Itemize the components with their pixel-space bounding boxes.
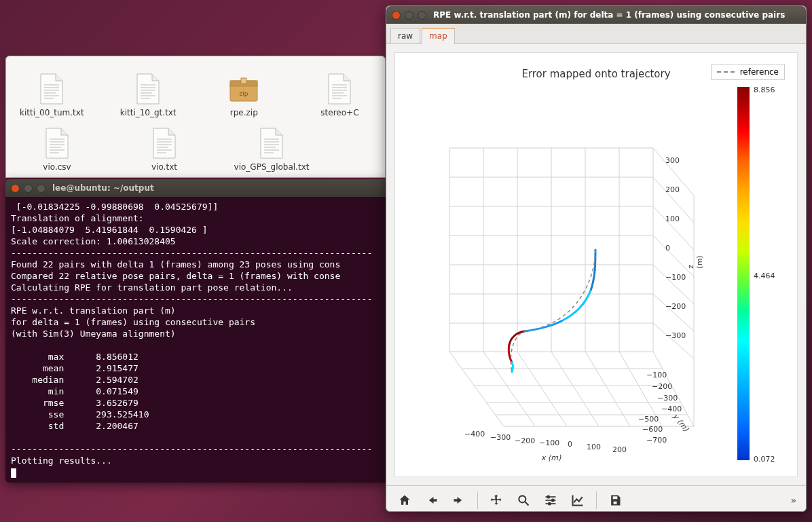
- tab-map[interactable]: map: [422, 28, 455, 44]
- svg-line-61: [653, 206, 694, 250]
- svg-rect-14: [241, 78, 246, 83]
- svg-point-66: [519, 496, 525, 502]
- colorbar: 8.856 4.464 0.072: [737, 87, 785, 467]
- close-icon[interactable]: [392, 11, 401, 20]
- svg-point-71: [547, 496, 549, 498]
- svg-line-64: [653, 294, 694, 331]
- file-label: kitti_10_gt.txt: [120, 108, 177, 117]
- file-item[interactable]: ziprpe.zip: [213, 73, 276, 117]
- plot-toolbar: »: [386, 485, 806, 514]
- chart-title: Error mapped onto trajectory: [521, 68, 670, 80]
- file-item[interactable]: kitti_10_gt.txt: [117, 73, 180, 117]
- text-file-icon: [148, 127, 181, 160]
- file-item[interactable]: stereo+C: [308, 73, 371, 117]
- svg-line-65: [653, 323, 694, 358]
- plot-window: RPE w.r.t. translation part (m) for delt…: [386, 5, 807, 512]
- colorbar-gradient: [737, 87, 750, 460]
- file-label: vio.csv: [43, 162, 71, 172]
- x-axis-label: x (m): [541, 453, 561, 462]
- text-file-icon: [41, 127, 73, 160]
- plot-canvas[interactable]: Error mapped onto trajectory reference: [394, 52, 798, 477]
- file-item[interactable]: vio.txt: [127, 127, 202, 172]
- z-axis-label: z (m): [686, 255, 704, 268]
- text-file-icon: [323, 73, 356, 105]
- svg-text:zip: zip: [240, 90, 248, 97]
- separator: [477, 491, 478, 509]
- file-item[interactable]: vio.csv: [20, 127, 94, 172]
- axes-3d: 300 200 100 0 −100 −200 −300 z (m) −400 …: [422, 100, 701, 460]
- close-icon[interactable]: [11, 184, 20, 193]
- overflow-icon[interactable]: »: [790, 495, 796, 506]
- terminal-output[interactable]: [-0.01834225 -0.99880698 0.04525679]] Tr…: [5, 197, 389, 482]
- file-grid: kitti_00_tum.txtkitti_10_gt.txtziprpe.zi…: [6, 56, 385, 198]
- legend-line-icon: [717, 71, 735, 73]
- plot-window-title: RPE w.r.t. translation part (m) for delt…: [433, 10, 785, 20]
- svg-point-72: [552, 499, 554, 501]
- separator: [596, 491, 597, 509]
- plot-titlebar[interactable]: RPE w.r.t. translation part (m) for delt…: [386, 6, 806, 24]
- file-label: kitti_00_tum.txt: [20, 108, 84, 117]
- minimize-icon[interactable]: [405, 11, 413, 20]
- text-file-icon: [255, 127, 288, 160]
- svg-point-73: [549, 502, 551, 504]
- tab-raw[interactable]: raw: [390, 28, 420, 43]
- terminal-window: lee@ubuntu: ~/output [-0.01834225 -0.998…: [5, 179, 389, 483]
- save-icon[interactable]: [606, 491, 624, 509]
- terminal-title: lee@ubuntu: ~/output: [52, 183, 154, 193]
- cursor-icon: [11, 468, 16, 478]
- zoom-icon[interactable]: [515, 491, 532, 509]
- file-manager-window: kitti_00_tum.txtkitti_10_gt.txtziprpe.zi…: [5, 56, 386, 178]
- maximize-icon[interactable]: [418, 11, 426, 20]
- file-label: stereo+C: [320, 108, 358, 117]
- file-item[interactable]: vio_GPS_global.txt: [234, 127, 309, 172]
- text-file-icon: [132, 73, 164, 105]
- minimize-icon[interactable]: [24, 184, 33, 193]
- svg-line-67: [525, 502, 529, 505]
- maximize-icon[interactable]: [37, 184, 45, 193]
- archive-icon: zip: [227, 73, 260, 105]
- file-label: vio.txt: [151, 162, 177, 172]
- file-item[interactable]: kitti_00_tum.txt: [20, 73, 84, 117]
- legend-label: reference: [740, 67, 779, 77]
- file-label: vio_GPS_global.txt: [234, 162, 310, 172]
- legend: reference: [711, 64, 785, 80]
- back-icon[interactable]: [423, 491, 441, 509]
- tab-strip: raw map: [386, 24, 806, 44]
- pan-icon[interactable]: [487, 491, 505, 509]
- home-icon[interactable]: [396, 491, 413, 509]
- text-file-icon: [35, 73, 68, 105]
- forward-icon[interactable]: [450, 491, 468, 509]
- terminal-titlebar[interactable]: lee@ubuntu: ~/output: [5, 179, 389, 197]
- adjust-icon[interactable]: [542, 491, 559, 509]
- axes-icon[interactable]: [569, 491, 587, 509]
- file-label: rpe.zip: [230, 108, 258, 117]
